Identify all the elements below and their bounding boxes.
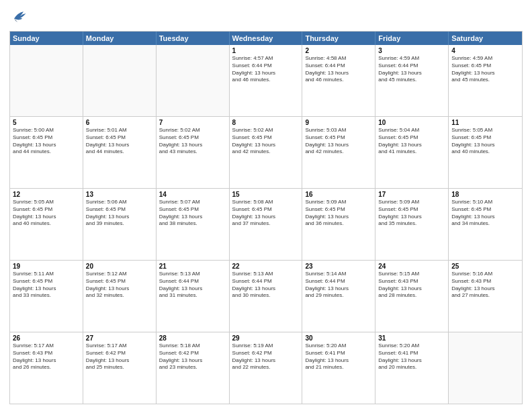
day-cell: 15Sunrise: 5:08 AM Sunset: 6:45 PM Dayli… <box>230 189 303 260</box>
day-cell: 25Sunrise: 5:16 AM Sunset: 6:43 PM Dayli… <box>449 261 522 332</box>
day-number: 18 <box>451 191 519 198</box>
logo <box>9 8 31 27</box>
day-number: 27 <box>86 334 153 342</box>
day-cell: 21Sunrise: 5:13 AM Sunset: 6:44 PM Dayli… <box>157 261 230 332</box>
day-info: Sunrise: 5:02 AM Sunset: 6:45 PM Dayligh… <box>159 127 226 156</box>
day-number: 24 <box>378 263 445 270</box>
day-cell <box>449 332 522 404</box>
day-number: 2 <box>305 47 372 54</box>
day-number: 31 <box>378 334 445 342</box>
day-info: Sunrise: 5:20 AM Sunset: 6:41 PM Dayligh… <box>378 342 445 371</box>
day-cell: 12Sunrise: 5:05 AM Sunset: 6:45 PM Dayli… <box>10 189 83 260</box>
day-number: 21 <box>159 263 226 270</box>
day-info: Sunrise: 5:10 AM Sunset: 6:45 PM Dayligh… <box>451 199 519 228</box>
day-number: 12 <box>13 191 80 198</box>
day-header-monday: Monday <box>83 32 157 45</box>
week-row-1: 1Sunrise: 4:57 AM Sunset: 6:44 PM Daylig… <box>10 45 522 116</box>
day-cell: 24Sunrise: 5:15 AM Sunset: 6:43 PM Dayli… <box>375 261 449 332</box>
page: SundayMondayTuesdayWednesdayThursdayFrid… <box>0 0 532 411</box>
day-cell <box>10 45 83 116</box>
day-info: Sunrise: 5:17 AM Sunset: 6:43 PM Dayligh… <box>13 342 80 371</box>
day-header-friday: Friday <box>375 32 449 45</box>
day-info: Sunrise: 5:08 AM Sunset: 6:45 PM Dayligh… <box>232 199 300 228</box>
day-info: Sunrise: 5:14 AM Sunset: 6:44 PM Dayligh… <box>305 271 372 300</box>
day-info: Sunrise: 4:59 AM Sunset: 6:44 PM Dayligh… <box>378 55 445 84</box>
day-cell: 30Sunrise: 5:20 AM Sunset: 6:41 PM Dayli… <box>302 332 375 404</box>
day-number: 16 <box>305 191 372 198</box>
day-cell: 11Sunrise: 5:05 AM Sunset: 6:45 PM Dayli… <box>449 117 522 188</box>
day-header-sunday: Sunday <box>10 32 83 45</box>
day-info: Sunrise: 5:00 AM Sunset: 6:45 PM Dayligh… <box>13 127 80 156</box>
day-number: 13 <box>86 191 153 198</box>
week-row-2: 5Sunrise: 5:00 AM Sunset: 6:45 PM Daylig… <box>10 116 522 188</box>
day-cell: 23Sunrise: 5:14 AM Sunset: 6:44 PM Dayli… <box>302 261 375 332</box>
day-cell: 3Sunrise: 4:59 AM Sunset: 6:44 PM Daylig… <box>375 45 449 116</box>
day-cell: 17Sunrise: 5:09 AM Sunset: 6:45 PM Dayli… <box>375 189 449 260</box>
logo-icon <box>9 8 28 27</box>
week-row-4: 19Sunrise: 5:11 AM Sunset: 6:45 PM Dayli… <box>10 260 522 332</box>
day-info: Sunrise: 5:15 AM Sunset: 6:43 PM Dayligh… <box>378 271 445 300</box>
day-headers: SundayMondayTuesdayWednesdayThursdayFrid… <box>10 32 522 45</box>
day-number: 25 <box>451 263 519 270</box>
day-cell: 10Sunrise: 5:04 AM Sunset: 6:45 PM Dayli… <box>375 117 449 188</box>
day-info: Sunrise: 5:18 AM Sunset: 6:42 PM Dayligh… <box>159 342 226 371</box>
day-info: Sunrise: 5:03 AM Sunset: 6:45 PM Dayligh… <box>305 127 372 156</box>
day-info: Sunrise: 5:11 AM Sunset: 6:45 PM Dayligh… <box>13 271 80 300</box>
day-info: Sunrise: 4:57 AM Sunset: 6:44 PM Dayligh… <box>232 55 300 84</box>
day-number: 30 <box>305 334 372 342</box>
day-number: 22 <box>232 263 300 270</box>
day-info: Sunrise: 5:09 AM Sunset: 6:45 PM Dayligh… <box>378 199 445 228</box>
day-info: Sunrise: 5:05 AM Sunset: 6:45 PM Dayligh… <box>451 127 519 156</box>
day-cell: 29Sunrise: 5:19 AM Sunset: 6:42 PM Dayli… <box>230 332 303 404</box>
day-header-wednesday: Wednesday <box>230 32 303 45</box>
day-number: 23 <box>305 263 372 270</box>
day-cell: 4Sunrise: 4:59 AM Sunset: 6:45 PM Daylig… <box>449 45 522 116</box>
day-cell: 5Sunrise: 5:00 AM Sunset: 6:45 PM Daylig… <box>10 117 83 188</box>
day-number: 28 <box>159 334 226 342</box>
day-number: 3 <box>378 47 445 54</box>
day-number: 7 <box>159 119 226 126</box>
day-cell: 19Sunrise: 5:11 AM Sunset: 6:45 PM Dayli… <box>10 261 83 332</box>
day-info: Sunrise: 5:20 AM Sunset: 6:41 PM Dayligh… <box>305 342 372 371</box>
day-number: 15 <box>232 191 300 198</box>
day-cell: 1Sunrise: 4:57 AM Sunset: 6:44 PM Daylig… <box>230 45 303 116</box>
day-cell: 2Sunrise: 4:58 AM Sunset: 6:44 PM Daylig… <box>302 45 375 116</box>
day-info: Sunrise: 5:05 AM Sunset: 6:45 PM Dayligh… <box>13 199 80 228</box>
day-info: Sunrise: 5:19 AM Sunset: 6:42 PM Dayligh… <box>232 342 300 371</box>
day-info: Sunrise: 5:16 AM Sunset: 6:43 PM Dayligh… <box>451 271 519 300</box>
day-number: 26 <box>13 334 80 342</box>
header <box>9 8 523 27</box>
day-info: Sunrise: 4:59 AM Sunset: 6:45 PM Dayligh… <box>451 55 519 84</box>
day-info: Sunrise: 5:02 AM Sunset: 6:45 PM Dayligh… <box>232 127 300 156</box>
day-number: 29 <box>232 334 300 342</box>
day-cell: 31Sunrise: 5:20 AM Sunset: 6:41 PM Dayli… <box>375 332 449 404</box>
day-header-thursday: Thursday <box>302 32 375 45</box>
day-cell: 28Sunrise: 5:18 AM Sunset: 6:42 PM Dayli… <box>157 332 230 404</box>
day-info: Sunrise: 5:04 AM Sunset: 6:45 PM Dayligh… <box>378 127 445 156</box>
day-number: 11 <box>451 119 519 126</box>
day-info: Sunrise: 5:06 AM Sunset: 6:45 PM Dayligh… <box>86 199 153 228</box>
day-cell: 9Sunrise: 5:03 AM Sunset: 6:45 PM Daylig… <box>302 117 375 188</box>
day-number: 5 <box>13 119 80 126</box>
day-cell: 22Sunrise: 5:13 AM Sunset: 6:44 PM Dayli… <box>230 261 303 332</box>
weeks: 1Sunrise: 4:57 AM Sunset: 6:44 PM Daylig… <box>10 45 522 404</box>
day-cell: 20Sunrise: 5:12 AM Sunset: 6:45 PM Dayli… <box>83 261 157 332</box>
day-info: Sunrise: 5:09 AM Sunset: 6:45 PM Dayligh… <box>305 199 372 228</box>
day-cell: 27Sunrise: 5:17 AM Sunset: 6:42 PM Dayli… <box>83 332 157 404</box>
week-row-3: 12Sunrise: 5:05 AM Sunset: 6:45 PM Dayli… <box>10 188 522 260</box>
day-cell: 18Sunrise: 5:10 AM Sunset: 6:45 PM Dayli… <box>449 189 522 260</box>
day-cell: 8Sunrise: 5:02 AM Sunset: 6:45 PM Daylig… <box>230 117 303 188</box>
day-number: 20 <box>86 263 153 270</box>
week-row-5: 26Sunrise: 5:17 AM Sunset: 6:43 PM Dayli… <box>10 332 522 404</box>
day-cell: 7Sunrise: 5:02 AM Sunset: 6:45 PM Daylig… <box>157 117 230 188</box>
day-cell <box>83 45 157 116</box>
day-number: 6 <box>86 119 153 126</box>
day-info: Sunrise: 5:17 AM Sunset: 6:42 PM Dayligh… <box>86 342 153 371</box>
day-info: Sunrise: 5:12 AM Sunset: 6:45 PM Dayligh… <box>86 271 153 300</box>
day-number: 14 <box>159 191 226 198</box>
day-number: 17 <box>378 191 445 198</box>
day-info: Sunrise: 4:58 AM Sunset: 6:44 PM Dayligh… <box>305 55 372 84</box>
calendar: SundayMondayTuesdayWednesdayThursdayFrid… <box>9 31 523 404</box>
day-info: Sunrise: 5:07 AM Sunset: 6:45 PM Dayligh… <box>159 199 226 228</box>
day-cell: 16Sunrise: 5:09 AM Sunset: 6:45 PM Dayli… <box>302 189 375 260</box>
